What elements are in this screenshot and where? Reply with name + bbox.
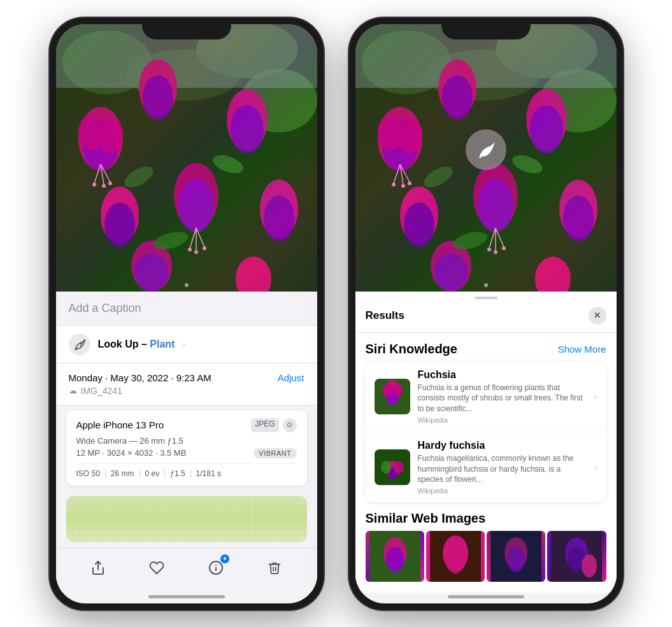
svg-point-102 <box>582 554 597 577</box>
results-content: Siri Knowledge Show More <box>355 333 617 593</box>
fuchsia-thumbnail <box>375 379 410 414</box>
svg-point-68 <box>401 184 405 188</box>
vibrant-badge: VIBRANT <box>254 448 296 458</box>
cloud-icon: ☁ <box>69 386 77 395</box>
wide-camera-detail: Wide Camera — 26 mm ƒ1.5 <box>76 436 297 446</box>
visual-lookup-icon <box>466 129 506 170</box>
info-badge: ✦ <box>220 554 229 563</box>
results-sheet: Results ✕ Siri Knowledge Show More <box>355 292 617 593</box>
info-button[interactable]: ✦ <box>204 556 228 580</box>
svg-point-34 <box>203 246 206 250</box>
close-button[interactable]: ✕ <box>589 307 606 325</box>
similar-image-3[interactable] <box>487 531 545 582</box>
fuchsia-desc: Fuchsia is a genus of flowering plants t… <box>418 383 587 414</box>
svg-point-69 <box>408 181 411 185</box>
camera-name: Apple iPhone 13 Pro <box>76 419 164 430</box>
scene: Add a Caption Look Up – Plant › <box>37 5 636 623</box>
svg-point-50 <box>397 118 422 153</box>
fuchsia-source: Wikipedia <box>418 416 587 424</box>
phone-right: Results ✕ Siri Knowledge Show More <box>349 18 623 610</box>
similar-image-1[interactable] <box>366 531 424 582</box>
hardy-desc: Fuchsia magellanica, commonly known as t… <box>418 453 587 485</box>
svg-point-74 <box>494 250 497 254</box>
ev-value: 0 ev <box>140 469 166 478</box>
exif-row: ISO 50 26 mm 0 ev ƒ1.5 1/181 s <box>76 463 297 478</box>
svg-point-32 <box>188 248 192 251</box>
similar-image-4[interactable] <box>547 531 606 582</box>
svg-point-17 <box>178 179 214 232</box>
favorite-button[interactable] <box>145 556 169 580</box>
home-indicator-left <box>148 595 225 598</box>
svg-point-88 <box>381 461 391 474</box>
date-text: Monday · May 30, 2022 · 9:23 AM <box>69 372 211 383</box>
mp-text: 12 MP · 3024 × 4032 · 3.5 MB <box>76 448 187 458</box>
lookup-label: Look Up – Plant <box>98 339 175 350</box>
svg-point-21 <box>135 253 168 292</box>
fuchsia-title: Fuchsia <box>418 369 587 381</box>
shutter-value: 1/181 s <box>191 469 226 478</box>
svg-point-13 <box>231 105 264 153</box>
hardy-fuchsia-info: Hardy fuchsia Fuchsia magellanica, commo… <box>418 440 587 495</box>
aperture-value: ƒ1.5 <box>165 469 190 478</box>
fuchsia-info: Fuchsia Fuchsia is a genus of flowering … <box>418 369 587 424</box>
siri-knowledge-title: Siri Knowledge <box>366 342 457 356</box>
show-more-button[interactable]: Show More <box>558 344 606 355</box>
camera-settings-icon[interactable]: ⊙ <box>283 418 297 432</box>
results-header: Results ✕ <box>355 302 617 333</box>
svg-point-52 <box>442 75 473 120</box>
similar-web-header: Similar Web Images <box>355 502 617 531</box>
screen-left: Add a Caption Look Up – Plant › <box>56 24 317 603</box>
svg-point-33 <box>194 250 198 254</box>
lookup-chevron: › <box>182 339 185 349</box>
notch-right <box>441 18 531 39</box>
camera-section: Apple iPhone 13 Pro JPEG ⊙ Wide Camera —… <box>66 411 307 486</box>
photo-toolbar: ✦ <box>56 547 317 593</box>
svg-point-95 <box>445 546 466 574</box>
svg-point-27 <box>102 184 106 188</box>
phone-left: Add a Caption Look Up – Plant › <box>50 18 324 610</box>
flower-photo-right <box>355 24 617 292</box>
svg-point-84 <box>392 384 403 397</box>
siri-knowledge-header: Siri Knowledge Show More <box>355 333 617 362</box>
svg-point-26 <box>92 183 96 187</box>
hardy-title: Hardy fuchsia <box>418 440 587 451</box>
svg-point-11 <box>143 75 173 120</box>
photo-info-panel: Add a Caption Look Up – Plant › <box>56 292 317 593</box>
svg-point-79 <box>484 283 488 287</box>
screen-right: Results ✕ Siri Knowledge Show More <box>355 24 617 603</box>
home-indicator-right <box>448 595 524 598</box>
sheet-handle <box>475 297 497 299</box>
camera-badges: JPEG ⊙ <box>251 418 296 432</box>
hardy-chevron: › <box>594 462 597 472</box>
svg-point-58 <box>478 179 513 232</box>
notch-left <box>142 18 231 39</box>
caption-placeholder[interactable]: Add a Caption <box>69 302 141 314</box>
similar-image-2[interactable] <box>426 531 485 582</box>
svg-point-15 <box>104 202 135 247</box>
svg-point-60 <box>563 195 594 241</box>
map-section[interactable] <box>66 496 307 542</box>
svg-point-83 <box>382 384 392 397</box>
svg-point-62 <box>434 253 468 292</box>
map-overlay <box>66 496 307 542</box>
hardy-fuchsia-item[interactable]: Hardy fuchsia Fuchsia magellanica, commo… <box>366 432 606 502</box>
fuchsia-chevron: › <box>594 391 597 402</box>
caption-area[interactable]: Add a Caption <box>56 292 317 326</box>
svg-point-56 <box>404 202 434 247</box>
svg-point-67 <box>392 183 396 187</box>
fuchsia-item[interactable]: Fuchsia Fuchsia is a genus of flowering … <box>366 362 606 432</box>
svg-point-75 <box>502 246 506 250</box>
hardy-source: Wikipedia <box>418 487 587 495</box>
date-section: Monday · May 30, 2022 · 9:23 AM Adjust ☁… <box>56 363 317 405</box>
filename: IMG_4241 <box>81 386 122 396</box>
lookup-icon <box>69 334 90 355</box>
svg-point-89 <box>394 461 404 474</box>
similar-web-title: Similar Web Images <box>366 511 486 525</box>
svg-point-19 <box>264 195 294 241</box>
svg-point-38 <box>185 283 189 287</box>
lookup-row[interactable]: Look Up – Plant › <box>56 326 317 363</box>
delete-button[interactable] <box>262 556 287 580</box>
share-button[interactable] <box>86 556 110 580</box>
svg-point-98 <box>507 547 525 572</box>
adjust-button[interactable]: Adjust <box>278 372 304 383</box>
